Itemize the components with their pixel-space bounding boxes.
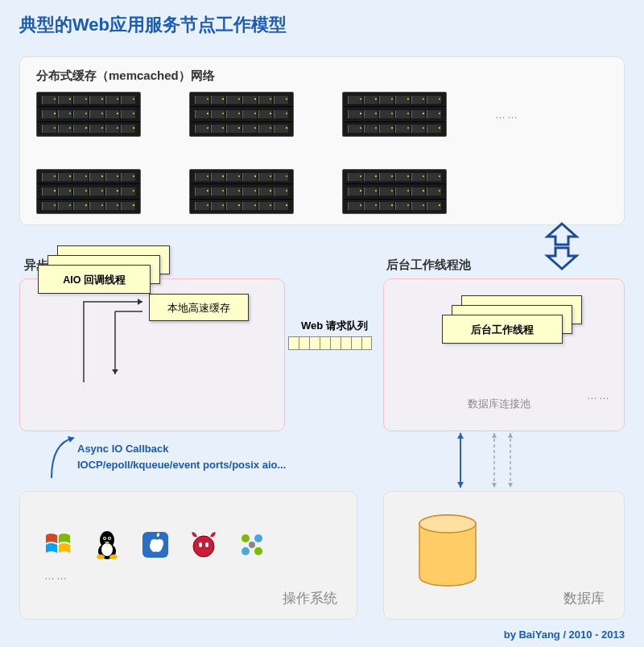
svg-point-17 [254, 547, 262, 555]
cache-label: 分布式缓存（memcached）网络 [36, 68, 608, 84]
aio-thread-card: AIO 回调线程 [38, 265, 151, 294]
svg-point-13 [205, 542, 208, 547]
svg-point-2 [101, 543, 113, 556]
svg-point-14 [242, 534, 250, 542]
freebsd-icon [188, 529, 220, 561]
attribution: by BaiYang / 2010 - 2013 [504, 628, 625, 641]
bidirectional-arrow-icon [538, 222, 586, 270]
server-icon [342, 169, 447, 214]
server-icon [189, 92, 294, 137]
request-queue [288, 336, 372, 350]
db-connection-arrows-icon [452, 431, 565, 492]
server-icon [36, 92, 141, 137]
os-icons-row [43, 529, 344, 561]
worker-thread-card: 后台工作线程 [442, 315, 563, 344]
io-connector-arrow-icon [83, 294, 149, 390]
database-panel: 数据库 [383, 491, 625, 620]
svg-point-6 [109, 538, 110, 539]
server-grid: …… [36, 92, 608, 214]
callback-line2: IOCP/epoll/kqueue/event ports/posix aio.… [77, 457, 286, 473]
os-panel: …… 操作系统 [19, 491, 357, 620]
ellipsis: …… [44, 570, 68, 582]
callback-text: Async IO Callback IOCP/epoll/kqueue/even… [77, 441, 286, 472]
linux-tux-icon [91, 529, 123, 561]
aio-thread-stack: …… AIO 回调线程 [38, 265, 302, 294]
svg-point-20 [419, 515, 476, 533]
svg-point-5 [104, 538, 105, 539]
cache-network-panel: 分布式缓存（memcached）网络 …… [19, 56, 625, 225]
ellipsis: …… [587, 389, 611, 402]
queue-label: Web 请求队列 [301, 319, 368, 333]
db-label: 数据库 [564, 589, 605, 608]
server-icon [189, 169, 294, 214]
db-pool-label: 数据库连接池 [468, 397, 530, 411]
server-icon [36, 169, 141, 214]
misc-os-icon [236, 529, 268, 561]
io-pool-panel: 本地高速缓存 …… AIO 回调线程 [19, 278, 285, 431]
svg-point-18 [249, 542, 255, 548]
svg-point-16 [242, 547, 250, 555]
backend-pool-label: 后台工作线程池 [386, 258, 471, 273]
server-icon [342, 92, 447, 137]
ellipsis: …… [495, 109, 519, 121]
worker-thread-stack: 后台工作线程 [442, 315, 563, 344]
windows-icon [43, 529, 75, 561]
callback-arrow-icon [47, 427, 79, 483]
database-cylinder-icon [418, 514, 477, 587]
svg-point-8 [109, 554, 118, 559]
callback-line1: Async IO Callback [77, 441, 286, 457]
svg-point-15 [254, 534, 262, 542]
os-label: 操作系统 [283, 589, 337, 608]
apple-icon [139, 529, 171, 561]
page-title: 典型的Web应用服务节点工作模型 [0, 0, 644, 37]
backend-pool-panel: 后台工作线程 数据库连接池 …… [383, 278, 625, 431]
svg-point-12 [199, 542, 202, 547]
svg-point-7 [97, 554, 105, 559]
local-cache-box: 本地高速缓存 [149, 294, 249, 321]
